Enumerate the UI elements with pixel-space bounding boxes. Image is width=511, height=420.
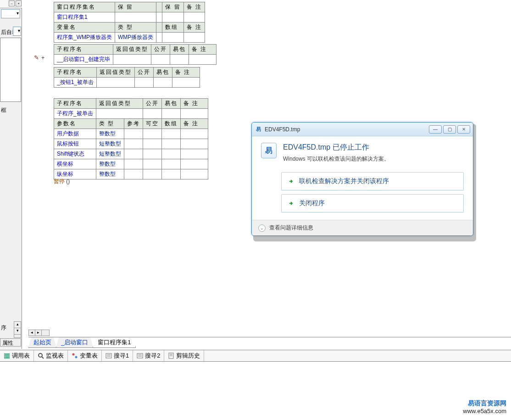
- cliphistory-label: 剪辑历史: [176, 352, 200, 360]
- svg-point-6: [75, 356, 78, 358]
- assembly-name-cell[interactable]: 窗口程序集1: [54, 12, 115, 22]
- table-row[interactable]: _按钮1_被单击: [54, 78, 200, 88]
- svg-rect-0: [4, 353, 10, 355]
- properties-tab[interactable]: 属性: [0, 338, 21, 347]
- edit-marker-icon: ✎: [34, 55, 39, 61]
- disclosure-toggle[interactable]: ⌄: [258, 224, 266, 232]
- param-type-cell[interactable]: 短整数型: [96, 139, 124, 149]
- tab-assembly1[interactable]: 窗口程序集1: [93, 337, 136, 348]
- minimize-panel-button[interactable]: –: [9, 0, 15, 6]
- th-subname: 子程序名: [54, 45, 113, 55]
- watch-icon: [38, 353, 44, 359]
- frame-label: 框: [1, 106, 6, 114]
- th-ref: 参考: [124, 119, 143, 129]
- horizontal-scrollbar[interactable]: ◂▸: [28, 330, 50, 336]
- param-name-cell[interactable]: Shift键状态: [54, 149, 96, 159]
- left-scrollbar[interactable]: ▴▾: [14, 321, 21, 338]
- var-type-cell[interactable]: WMP播放器类: [115, 33, 156, 43]
- table-row[interactable]: 横坐标 整数型: [54, 159, 208, 169]
- panel-dropdown[interactable]: [1, 9, 20, 18]
- th-public: 公开: [143, 99, 161, 109]
- dialog-titlebar[interactable]: 易 EDV4F5D.tmp — ▢ ✕: [252, 123, 473, 136]
- th-remark: 备 注: [189, 45, 217, 55]
- toolbar-callstack[interactable]: 调用表: [0, 350, 34, 361]
- dialog-footer: ⌄ 查看问题详细信息: [252, 220, 473, 235]
- th-public: 公开: [151, 45, 170, 55]
- tab-startup-window[interactable]: _启动窗口: [56, 337, 93, 348]
- th-paramname: 参数名: [54, 119, 96, 129]
- panel-listbox[interactable]: [0, 38, 21, 102]
- th-rettype: 返回值类型: [97, 67, 135, 78]
- param-name-cell[interactable]: 鼠标按钮: [54, 139, 96, 149]
- sub1-name-cell[interactable]: __启动窗口_创建完毕: [54, 55, 113, 65]
- sequence-label: 序: [1, 324, 6, 332]
- th-blank: [156, 2, 162, 12]
- table-row[interactable]: 窗口程序集1: [54, 12, 205, 22]
- dialog-minimize-button[interactable]: —: [429, 125, 442, 134]
- dialog-option-check-online[interactable]: 联机检查解决方案并关闭该程序: [281, 172, 464, 190]
- dialog-title-text: EDV4F5D.tmp: [265, 126, 429, 133]
- th-yibao: 易包: [154, 67, 172, 78]
- table-row[interactable]: Shift键状态 短整数型: [54, 149, 208, 159]
- watermark-url: www.e5a5x.com: [463, 408, 506, 414]
- svg-rect-7: [106, 353, 111, 358]
- th-paramtype: 类 型: [96, 119, 124, 129]
- th-reserved1: 保 留: [115, 2, 156, 12]
- th-remark: 备 注: [183, 2, 205, 12]
- toolbar-search2[interactable]: 搜寻2: [133, 350, 164, 361]
- th-remark: 备 注: [180, 119, 208, 129]
- th-array: 数组: [161, 119, 180, 129]
- assembly-table[interactable]: 窗口程序集名 保 留 保 留 备 注 窗口程序集1 变量名 类 型 数组 备 注…: [54, 2, 205, 43]
- param-type-cell[interactable]: 整数型: [96, 129, 124, 139]
- search2-icon: [137, 353, 143, 359]
- param-type-cell[interactable]: 整数型: [96, 169, 124, 179]
- view-details-link[interactable]: 查看问题详细信息: [269, 224, 313, 232]
- sub2-name-cell[interactable]: _按钮1_被单击: [54, 78, 97, 88]
- param-name-cell[interactable]: 用户数据: [54, 129, 96, 139]
- sub3-name-cell[interactable]: 子程序_被单击: [54, 109, 96, 119]
- th-reserved2: 保 留: [162, 2, 183, 12]
- search1-label: 搜寻1: [114, 352, 129, 360]
- th-remark2: 备 注: [183, 22, 205, 33]
- table-row[interactable]: 纵坐标 整数型: [54, 169, 208, 179]
- th-type: 类 型: [115, 22, 156, 33]
- search1-icon: [106, 353, 112, 359]
- dialog-app-icon: 易: [261, 143, 277, 158]
- table-row[interactable]: 子程序_被单击: [54, 109, 208, 119]
- param-type-cell[interactable]: 短整数型: [96, 149, 124, 159]
- code-line-pause[interactable]: 暂停 (): [54, 178, 70, 185]
- subroutine2-table[interactable]: 子程序名 返回值类型 公开 易包 备 注 _按钮1_被单击: [54, 67, 200, 88]
- svg-point-5: [72, 353, 75, 356]
- tab-start-page[interactable]: 起始页: [28, 337, 56, 348]
- toolbar-search1[interactable]: 搜寻1: [102, 350, 133, 361]
- th-varname: 变量名: [54, 22, 115, 33]
- var-name-cell[interactable]: 程序集_WMP播放器类: [54, 33, 115, 43]
- dialog-close-button[interactable]: ✕: [457, 125, 470, 134]
- watch-label: 监视表: [46, 352, 64, 360]
- pause-args: (): [66, 178, 70, 185]
- arrow-right-icon: [288, 200, 294, 207]
- table-row[interactable]: 程序集_WMP播放器类 WMP播放器类: [54, 33, 205, 43]
- arrow-right-icon: [288, 178, 294, 185]
- subroutine1-table[interactable]: 子程序名 返回值类型 公开 易包 备 注 __启动窗口_创建完毕: [54, 44, 217, 65]
- svg-rect-1: [4, 355, 10, 357]
- table-row[interactable]: 鼠标按钮 短整数型: [54, 139, 208, 149]
- toolbar-variables[interactable]: 变量表: [68, 350, 102, 361]
- param-name-cell[interactable]: 横坐标: [54, 159, 96, 169]
- dialog-option-close-program[interactable]: 关闭程序: [281, 194, 464, 213]
- pause-keyword: 暂停: [54, 178, 65, 185]
- th-rettype: 返回值类型: [96, 99, 143, 109]
- close-panel-button[interactable]: ×: [16, 0, 22, 6]
- th-yibao: 易包: [170, 45, 189, 55]
- auto-dropdown[interactable]: [13, 27, 21, 36]
- subroutine3-table[interactable]: 子程序名 返回值类型 公开 易包 备 注 子程序_被单击 参数名 类 型 参考 …: [54, 98, 208, 179]
- toolbar-cliphistory[interactable]: 剪辑历史: [164, 350, 204, 361]
- table-row[interactable]: 用户数据 整数型: [54, 129, 208, 139]
- param-type-cell[interactable]: 整数型: [96, 159, 124, 169]
- table-row[interactable]: __启动窗口_创建完毕: [54, 55, 217, 65]
- th-remark: 备 注: [172, 67, 200, 78]
- toolbar-watch[interactable]: 监视表: [34, 350, 68, 361]
- dialog-maximize-button[interactable]: ▢: [443, 125, 456, 134]
- expand-marker-icon[interactable]: +: [41, 56, 46, 60]
- option2-text: 关闭程序: [299, 199, 325, 207]
